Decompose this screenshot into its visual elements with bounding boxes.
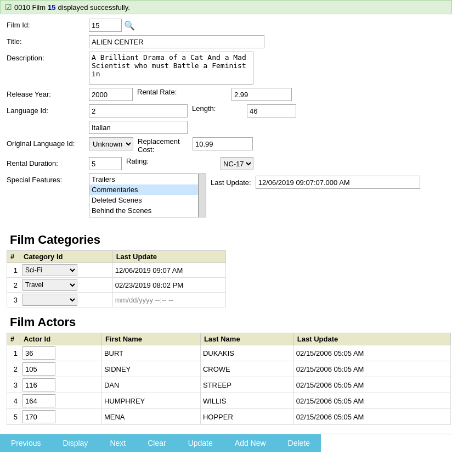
cat-row-2: 2 Sci-Fi ActionAnimationChildren Classic…	[7, 278, 226, 293]
actor-row3-fname: DAN	[101, 377, 200, 393]
act-col-update: Last Update	[293, 333, 450, 345]
actor-row4-fname: HUMPHREY	[101, 393, 200, 409]
add-new-button[interactable]: Add New	[224, 434, 277, 452]
actor-row3-lname: STREEP	[200, 377, 293, 393]
last-update-input[interactable]	[256, 176, 420, 189]
language-display-row: Italian	[7, 121, 445, 134]
film-categories-table: # Category Id Last Update 1 Sci-Fi Actio…	[7, 250, 226, 307]
actor-row2-lname: CROWE	[200, 361, 293, 377]
cat-row3-select[interactable]: ActionAnimationChildren ClassicsComedyDo…	[22, 294, 77, 306]
actor-row3-num: 3	[7, 377, 20, 393]
cat-col-id: Category Id	[20, 251, 113, 263]
cat-row-3: 3 ActionAnimationChildren ClassicsComedy…	[7, 293, 226, 307]
cat-col-num: #	[7, 251, 20, 263]
actor-row-5: 5 MENA HOPPER 02/15/2006 05:05 AM	[7, 409, 451, 425]
success-bar: ☑ 0010 Film 15 displayed successfully.	[0, 0, 452, 14]
success-prefix: 0010 Film	[14, 3, 46, 12]
special-features-row: Special Features: Trailers Commentaries …	[7, 173, 445, 217]
release-year-input[interactable]	[89, 88, 133, 101]
delete-button[interactable]: Delete	[277, 434, 321, 452]
clear-button[interactable]: Clear	[137, 434, 177, 452]
previous-button[interactable]: Previous	[0, 434, 52, 452]
original-language-select[interactable]: Unknown	[89, 137, 133, 150]
actor-row1-fname: BURT	[101, 345, 200, 361]
actor-row2-fname: SIDNEY	[101, 361, 200, 377]
description-input[interactable]: A Brilliant Drama of a Cat And a Mad Sci…	[89, 52, 253, 85]
actor-row1-lname: DUKAKIS	[200, 345, 293, 361]
sf-item-trailers[interactable]: Trailers	[89, 174, 198, 184]
film-actors-table: # Actor Id First Name Last Name Last Upd…	[7, 333, 451, 425]
success-film-num: 15	[48, 3, 55, 12]
title-label: Title:	[7, 35, 89, 46]
cat-row3-id[interactable]: ActionAnimationChildren ClassicsComedyDo…	[20, 293, 113, 307]
actor-id-input-1[interactable]	[22, 346, 55, 360]
actor-row5-lname: HOPPER	[200, 409, 293, 425]
language-id-input[interactable]	[89, 104, 188, 117]
cat-row2-update: 02/23/2019 08:02 PM	[112, 278, 225, 293]
special-features-label: Special Features:	[7, 173, 89, 184]
actor-row3-id[interactable]	[20, 377, 102, 393]
language-id-label: Language Id:	[7, 104, 89, 115]
actor-id-input-4[interactable]	[22, 394, 55, 407]
actor-row1-update: 02/15/2006 05:05 AM	[293, 345, 450, 361]
rental-rate-input[interactable]	[231, 88, 292, 101]
rental-duration-label: Rental Duration:	[7, 157, 89, 167]
rental-dur-rating-row: Rental Duration: Rating: G PG PG-13 R NC…	[7, 157, 445, 170]
language-length-row: Language Id: Length:	[7, 104, 445, 117]
actor-row1-id[interactable]	[20, 345, 102, 361]
last-update-label: Last Update:	[211, 178, 251, 187]
actor-row-2: 2 SIDNEY CROWE 02/15/2006 05:05 AM	[7, 361, 451, 377]
release-rental-row: Release Year: Rental Rate:	[7, 88, 445, 101]
actor-row2-num: 2	[7, 361, 20, 377]
cat-row2-select[interactable]: Sci-Fi ActionAnimationChildren ClassicsC…	[22, 279, 77, 291]
sf-item-deleted-scenes[interactable]: Deleted Scenes	[89, 195, 198, 205]
rental-duration-input[interactable]	[89, 157, 122, 170]
cat-row3-num: 3	[7, 293, 20, 307]
title-input[interactable]	[89, 35, 264, 48]
orig-language-label: Original Language Id:	[7, 137, 89, 148]
actor-id-input-5[interactable]	[22, 410, 55, 423]
next-button[interactable]: Next	[99, 434, 137, 452]
title-row: Title:	[7, 35, 445, 48]
cat-row1-id[interactable]: Sci-Fi ActionAnimationChildren ClassicsC…	[20, 263, 113, 278]
actor-row5-num: 5	[7, 409, 20, 425]
actor-id-input-3[interactable]	[22, 378, 55, 391]
act-col-num: #	[7, 333, 20, 345]
act-col-fname: First Name	[101, 333, 200, 345]
film-id-input[interactable]	[89, 19, 122, 32]
actor-row4-num: 4	[7, 393, 20, 409]
actor-row4-update: 02/15/2006 05:05 AM	[293, 393, 450, 409]
update-button[interactable]: Update	[177, 434, 224, 452]
search-icon[interactable]: 🔍	[124, 20, 135, 31]
language-display: Italian	[89, 121, 188, 134]
length-input[interactable]	[247, 104, 296, 117]
sf-item-behind-scenes[interactable]: Behind the Scenes	[89, 205, 198, 216]
cat-row2-num: 2	[7, 278, 20, 293]
actor-row4-id[interactable]	[20, 393, 102, 409]
replacement-cost-label: Replacement Cost:	[138, 137, 180, 154]
act-col-lname: Last Name	[200, 333, 293, 345]
special-features-listbox[interactable]: Trailers Commentaries Deleted Scenes Beh…	[89, 173, 199, 217]
actor-row5-update: 02/15/2006 05:05 AM	[293, 409, 450, 425]
film-actors-title: Film Actors	[10, 315, 445, 329]
film-id-row: Film Id: 🔍	[7, 19, 445, 32]
actor-row4-lname: WILLIS	[200, 393, 293, 409]
film-categories-title: Film Categories	[10, 233, 445, 247]
bottom-bar: Previous Display Next Clear Update Add N…	[0, 434, 452, 452]
actor-row5-id[interactable]	[20, 409, 102, 425]
actor-row5-fname: MENA	[101, 409, 200, 425]
cat-row2-id[interactable]: Sci-Fi ActionAnimationChildren ClassicsC…	[20, 278, 113, 293]
sf-item-commentaries[interactable]: Commentaries	[89, 184, 198, 195]
actor-id-input-2[interactable]	[22, 362, 55, 376]
actor-row1-num: 1	[7, 345, 20, 361]
replacement-cost-input[interactable]	[193, 137, 253, 150]
actor-row-4: 4 HUMPHREY WILLIS 02/15/2006 05:05 AM	[7, 393, 451, 409]
actor-row2-id[interactable]	[20, 361, 102, 377]
film-actors-section: Film Actors # Actor Id First Name Last N…	[0, 315, 452, 425]
special-features-scrollbar[interactable]	[199, 173, 206, 217]
orig-lang-replace-row: Original Language Id: Unknown Replacemen…	[7, 137, 445, 154]
rating-select[interactable]: G PG PG-13 R NC-17	[221, 157, 253, 170]
display-button[interactable]: Display	[52, 434, 99, 452]
cat-row1-select[interactable]: Sci-Fi ActionAnimationChildren ClassicsC…	[22, 264, 77, 276]
cat-row-1: 1 Sci-Fi ActionAnimationChildren Classic…	[7, 263, 226, 278]
